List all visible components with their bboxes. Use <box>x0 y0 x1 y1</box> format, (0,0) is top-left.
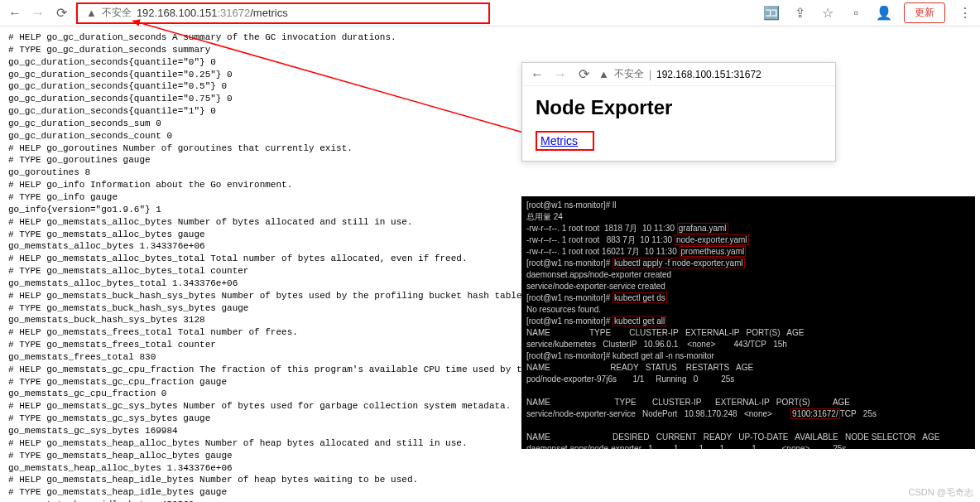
page-title: Node Exporter <box>536 96 822 119</box>
insecure-label: 不安全 <box>102 6 132 20</box>
overlay-toolbar: ← → ⟳ ▲ 不安全 | 192.168.100.151:31672 <box>522 63 835 86</box>
extensions-icon[interactable]: ▫ <box>848 5 864 22</box>
forward-button[interactable]: → <box>30 5 46 22</box>
url-text: 192.168.100.151:31672/metrics <box>137 7 288 19</box>
overlay-forward-button[interactable]: → <box>552 66 569 83</box>
profile-icon[interactable]: 👤 <box>876 5 892 22</box>
overlay-address-bar[interactable]: ▲ 不安全 | 192.168.100.151:31672 <box>598 67 761 81</box>
overlay-back-button[interactable]: ← <box>529 66 545 83</box>
translate-icon[interactable]: 🈁 <box>763 5 780 22</box>
terminal-window[interactable]: [root@w1 ns-monitor]# ll 总用量 24 -rw-r--r… <box>521 196 975 449</box>
back-button[interactable]: ← <box>7 5 23 22</box>
watermark: CSDN @毛奇志 <box>909 486 973 499</box>
browser-toolbar: ← → ⟳ ▲ 不安全 192.168.100.151:31672/metric… <box>0 0 980 27</box>
bookmark-icon[interactable]: ☆ <box>819 5 836 22</box>
overlay-insecure-label: 不安全 <box>614 67 644 81</box>
overlay-body: Node Exporter Metrics <box>522 86 835 161</box>
menu-icon[interactable]: ⋮ <box>957 5 973 22</box>
warning-icon: ▲ <box>86 7 97 19</box>
overlay-reload-button[interactable]: ⟳ <box>575 66 592 83</box>
warning-icon: ▲ <box>598 68 609 80</box>
overlay-window: ← → ⟳ ▲ 不安全 | 192.168.100.151:31672 Node… <box>521 62 836 162</box>
share-icon[interactable]: ⇪ <box>791 5 808 22</box>
reload-button[interactable]: ⟳ <box>53 5 70 22</box>
overlay-url: 192.168.100.151:31672 <box>656 69 761 80</box>
update-button[interactable]: 更新 <box>904 2 945 23</box>
address-bar[interactable]: ▲ 不安全 192.168.100.151:31672/metrics <box>76 2 490 24</box>
toolbar-right: 🈁 ⇪ ☆ ▫ 👤 更新 ⋮ <box>763 2 973 23</box>
metrics-link[interactable]: Metrics <box>536 131 594 151</box>
